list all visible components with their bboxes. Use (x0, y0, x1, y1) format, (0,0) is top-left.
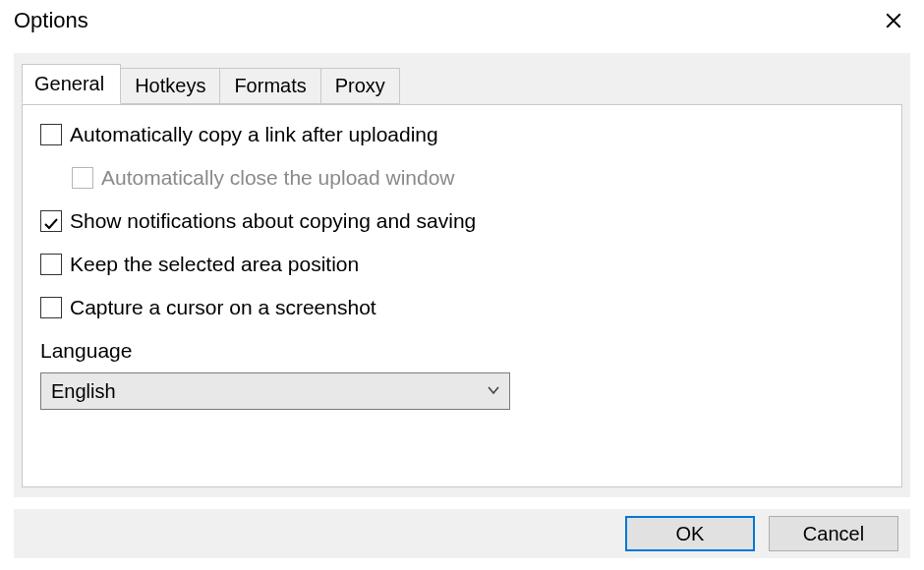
tab-formats[interactable]: Formats (220, 68, 320, 104)
close-button[interactable] (877, 6, 910, 39)
chevron-down-icon (486, 380, 501, 403)
checkbox-auto-copy-link[interactable] (40, 124, 62, 145)
client-area: General Hotkeys Formats Proxy Automatica… (14, 53, 910, 497)
option-label[interactable]: Show notifications about copying and sav… (70, 209, 476, 233)
option-auto-copy-link: Automatically copy a link after uploadin… (40, 123, 884, 146)
option-capture-cursor: Capture a cursor on a screenshot (40, 296, 884, 319)
language-select[interactable]: English (40, 372, 510, 410)
option-label: Automatically close the upload window (101, 166, 455, 190)
option-label[interactable]: Capture a cursor on a screenshot (70, 296, 376, 319)
tab-label: Hotkeys (135, 75, 205, 96)
checkbox-show-notifications[interactable] (40, 210, 62, 232)
option-label[interactable]: Keep the selected area position (70, 253, 359, 276)
tab-hotkeys[interactable]: Hotkeys (121, 68, 220, 104)
checkbox-auto-close-upload (72, 167, 93, 189)
button-label: OK (676, 523, 705, 545)
tab-label: Formats (234, 75, 306, 96)
window-title: Options (14, 6, 88, 33)
tab-label: General (34, 73, 104, 94)
checkbox-capture-cursor[interactable] (40, 297, 62, 318)
tab-proxy[interactable]: Proxy (321, 68, 400, 104)
option-show-notifications: Show notifications about copying and sav… (40, 209, 884, 233)
option-keep-selected-area: Keep the selected area position (40, 253, 884, 276)
language-value: English (51, 380, 116, 403)
language-label: Language (40, 339, 884, 363)
titlebar: Options (0, 0, 924, 43)
options-dialog: Options General Hotkeys Formats Proxy (0, 0, 924, 570)
tabstrip: General Hotkeys Formats Proxy (22, 67, 400, 103)
option-auto-close-upload: Automatically close the upload window (72, 166, 884, 190)
button-label: Cancel (803, 523, 864, 545)
tab-label: Proxy (335, 75, 385, 96)
dialog-footer: OK Cancel (14, 509, 910, 558)
cancel-button[interactable]: Cancel (769, 516, 898, 551)
checkbox-keep-selected-area[interactable] (40, 254, 62, 275)
tab-general[interactable]: General (22, 64, 121, 104)
option-label[interactable]: Automatically copy a link after uploadin… (70, 123, 438, 146)
close-icon (885, 12, 902, 34)
tabpage-general: Automatically copy a link after uploadin… (22, 104, 902, 487)
checkmark-icon (43, 213, 59, 229)
ok-button[interactable]: OK (625, 516, 755, 551)
